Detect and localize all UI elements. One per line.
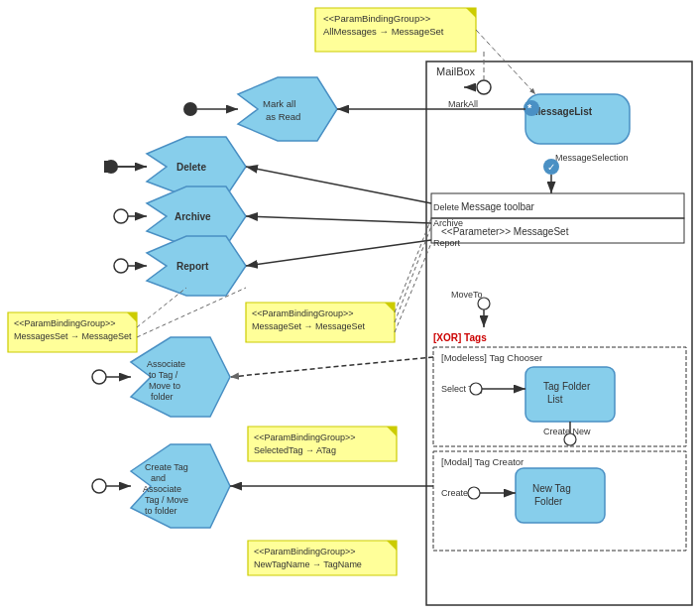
new-tag-folder-label: New Tag [532, 483, 571, 494]
xor-label: [XOR] Tags [433, 332, 487, 343]
moveto-label: MoveTo [451, 290, 483, 300]
svg-point-48 [114, 259, 128, 273]
param-top-line1: <<ParamBindingGroup>> [323, 13, 431, 24]
initial-node-markall [183, 102, 197, 116]
svg-point-16 [470, 383, 482, 395]
message-list-box [525, 94, 630, 144]
svg-rect-17 [525, 367, 615, 422]
svg-text:Tag / Move: Tag / Move [145, 495, 188, 505]
svg-point-20 [564, 433, 576, 445]
message-list-label: MessageList [532, 106, 593, 117]
param-left-line2: MessagesSet → MessageSet [14, 331, 132, 341]
svg-text:to folder: to folder [145, 506, 177, 516]
markall-label: MarkAll [448, 99, 478, 109]
svg-point-13 [478, 298, 490, 309]
svg-text:as Read: as Read [266, 111, 300, 122]
svg-line-58 [230, 357, 433, 377]
delete-label-mailbox: Delete [433, 202, 459, 212]
param-new-line2: NewTagName → TagName [254, 559, 362, 569]
report-hex-label: Report [176, 261, 209, 272]
svg-text:and: and [151, 473, 166, 483]
param-left-line1: <<ParamBindingGroup>> [14, 318, 116, 328]
message-toolbar-label: Message toolbar [461, 201, 535, 212]
create-tag-hex-label: Create Tag [145, 462, 188, 472]
svg-line-68 [137, 288, 186, 327]
param-mid-line1: <<ParamBindingGroup>> [252, 308, 354, 318]
svg-line-55 [246, 167, 431, 203]
svg-text:Folder: Folder [534, 496, 563, 507]
svg-line-56 [246, 216, 431, 223]
svg-text:Move to: Move to [149, 381, 180, 391]
diagram-svg: MailBox <<ParamBindingGroup>> AllMessage… [0, 0, 699, 616]
associate-hex-label: Associate [147, 359, 185, 369]
delete-hex-label: Delete [176, 162, 206, 173]
svg-marker-32 [131, 337, 230, 417]
svg-marker-27 [238, 77, 337, 141]
svg-text:List: List [547, 394, 563, 405]
param-new-line1: <<ParamBindingGroup>> [254, 547, 356, 556]
archive-hex-label: Archive [175, 211, 211, 222]
create-label: Create [441, 488, 468, 498]
message-selection-label: MessageSelection [555, 153, 629, 163]
mark-all-hex-label: Mark all [263, 98, 295, 109]
param-selected-line1: <<ParamBindingGroup>> [254, 432, 356, 442]
svg-point-46 [114, 209, 128, 223]
archive-label-mailbox: Archive [433, 218, 463, 228]
report-label-mailbox: Report [433, 238, 461, 248]
diagram-container: MailBox <<ParamBindingGroup>> AllMessage… [0, 0, 699, 616]
svg-text:Associate: Associate [143, 484, 181, 494]
svg-point-50 [92, 370, 106, 384]
param-selected-line2: SelectedTag → ATag [254, 445, 336, 455]
svg-rect-44 [107, 162, 115, 172]
svg-rect-76 [104, 161, 108, 173]
param-top-line2: AllMessages → MessageSet [323, 26, 444, 37]
svg-text:folder: folder [151, 392, 174, 402]
svg-point-52 [92, 479, 106, 493]
svg-line-57 [246, 240, 431, 266]
svg-text:✓: ✓ [547, 162, 555, 173]
svg-text:*: * [527, 102, 532, 114]
svg-point-73 [477, 80, 491, 94]
mailbox-label: MailBox [436, 65, 476, 77]
tag-folder-list-label: Tag Folder [543, 381, 591, 392]
svg-point-23 [468, 487, 480, 499]
tag-creator-label: [Modal] Tag Creator [441, 456, 524, 467]
tag-chooser-label: [Modeless] Tag Chooser [441, 352, 542, 363]
param-mid-line2: MessageSet → MessageSet [252, 321, 366, 331]
svg-text:to Tag /: to Tag / [149, 370, 178, 380]
